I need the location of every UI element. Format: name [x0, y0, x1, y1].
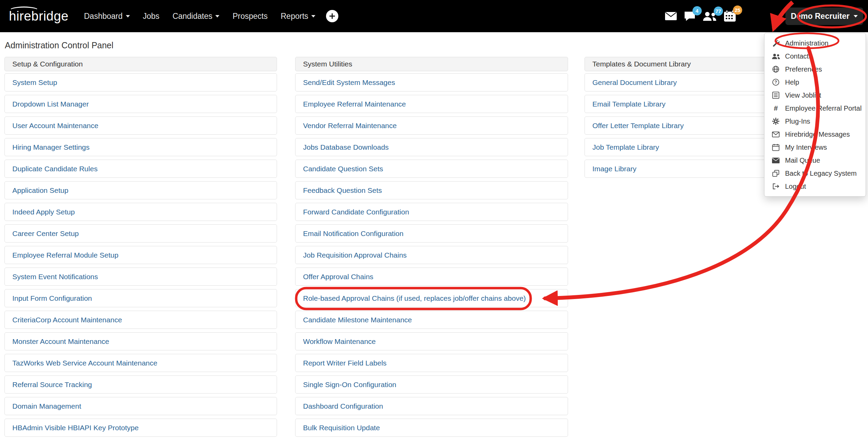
- wrench-icon: [771, 39, 781, 47]
- menu-item-logout[interactable]: Logout: [764, 180, 866, 193]
- list-icon: [771, 91, 781, 99]
- legacy-windows-icon: [771, 170, 781, 177]
- main-nav: Dashboard Jobs Candidates Prospects Repo…: [77, 10, 338, 22]
- menu-item-employee-referral-portal[interactable]: # Employee Referral Portal: [764, 102, 866, 115]
- contacts-button[interactable]: 77: [702, 11, 717, 21]
- nav-dashboard[interactable]: Dashboard: [77, 12, 136, 21]
- panel-link[interactable]: Send/Edit System Messages: [295, 73, 568, 91]
- menu-item-view-joblist[interactable]: View Joblist: [764, 89, 866, 102]
- globe-icon: [771, 65, 781, 73]
- add-new-button[interactable]: [326, 10, 338, 22]
- panel-link[interactable]: Candidate Question Sets: [295, 160, 568, 178]
- contacts-badge: 77: [714, 7, 723, 16]
- envelope-filled-icon: [771, 158, 781, 163]
- caret-down-icon: [126, 15, 130, 17]
- menu-item-administration[interactable]: Administration: [764, 37, 866, 50]
- panel-link[interactable]: HBAdmin Visible HBIAPI Key Prototype: [4, 419, 277, 437]
- panel-system-utilities: System Utilities Send/Edit System Messag…: [295, 57, 568, 440]
- logout-icon: [771, 183, 781, 190]
- menu-item-mail-queue[interactable]: Mail Queue: [764, 154, 866, 167]
- panel-link[interactable]: System Event Notifications: [4, 268, 277, 286]
- menu-item-hirebridge-messages[interactable]: Hirebridge Messages: [764, 128, 866, 141]
- hirebridge-logo[interactable]: hirebridge: [9, 9, 69, 24]
- panel-link[interactable]: Forward Candidate Configuration: [295, 203, 568, 221]
- panel-link[interactable]: Bulk Requisition Update: [295, 419, 568, 437]
- panel-link[interactable]: Jobs Database Downloads: [295, 138, 568, 156]
- panel-link[interactable]: Email Notification Configuration: [295, 224, 568, 243]
- panel-link[interactable]: Job Requisition Approval Chains: [295, 246, 568, 264]
- gear-icon: [771, 117, 781, 125]
- panel-link[interactable]: CriteriaCorp Account Maintenance: [4, 311, 277, 329]
- panel-title: System Utilities: [295, 57, 568, 71]
- panel-link[interactable]: Career Center Setup: [4, 224, 277, 243]
- calendar-button[interactable]: 25: [724, 10, 736, 22]
- panel-link[interactable]: Duplicate Candidate Rules: [4, 160, 277, 178]
- caret-down-icon: [311, 15, 315, 17]
- panel-link[interactable]: Hiring Manager Settings: [4, 138, 277, 156]
- menu-item-plug-ins[interactable]: Plug-Ins: [764, 115, 866, 128]
- panel-link[interactable]: Employee Referral Maintenance: [295, 95, 568, 113]
- chat-badge: 4: [692, 6, 702, 15]
- panel-link[interactable]: Employee Referral Module Setup: [4, 246, 277, 264]
- panel-link[interactable]: Dropdown List Manager: [4, 95, 277, 113]
- panel-list: Send/Edit System Messages Employee Refer…: [295, 73, 568, 437]
- panel-setup-configuration: Setup & Configuration System Setup Dropd…: [4, 57, 277, 440]
- panel-link[interactable]: Monster Account Maintenance: [4, 332, 277, 350]
- panel-link[interactable]: Role-based Approval Chains (if used, rep…: [295, 289, 568, 307]
- menu-item-back-to-legacy-system[interactable]: Back to Legacy System: [764, 167, 866, 180]
- panel-link[interactable]: Workflow Maintenance: [295, 332, 568, 350]
- page-title: Administration Control Panel: [5, 40, 113, 50]
- panel-link[interactable]: Dashboard Configuration: [295, 397, 568, 415]
- panel-link[interactable]: Application Setup: [4, 181, 277, 199]
- menu-item-preferences[interactable]: Preferences: [764, 63, 866, 76]
- envelope-icon: [665, 12, 677, 21]
- panel-link[interactable]: Feedback Question Sets: [295, 181, 568, 199]
- navbar-right-cluster: 4 77 25 Demo Recruite: [661, 8, 863, 25]
- panel-list: System Setup Dropdown List Manager User …: [4, 73, 277, 437]
- chat-button[interactable]: 4: [684, 11, 696, 21]
- menu-item-contacts[interactable]: Contacts: [764, 50, 866, 63]
- calendar-badge: 25: [733, 5, 742, 15]
- panel-link[interactable]: Vendor Referral Maintenance: [295, 116, 568, 135]
- nav-prospects[interactable]: Prospects: [226, 12, 274, 21]
- hash-icon: #: [771, 104, 781, 112]
- panel-link[interactable]: Offer Approval Chains: [295, 268, 568, 286]
- panel-link[interactable]: Domain Management: [4, 397, 277, 415]
- nav-candidates[interactable]: Candidates: [166, 12, 226, 21]
- menu-item-my-interviews[interactable]: My Interviews: [764, 141, 866, 154]
- panel-link[interactable]: Indeed Apply Setup: [4, 203, 277, 221]
- panel-link[interactable]: Report Writer Field Labels: [295, 354, 568, 372]
- user-menu-button[interactable]: Demo Recruiter: [785, 8, 863, 25]
- panel-link[interactable]: TazWorks Web Service Account Maintenance: [4, 354, 277, 372]
- panel-title: Setup & Configuration: [4, 57, 277, 71]
- menu-item-help[interactable]: ? Help: [764, 76, 866, 89]
- panel-link[interactable]: User Account Maintenance: [4, 116, 277, 135]
- messages-button[interactable]: [665, 12, 677, 21]
- nav-jobs[interactable]: Jobs: [136, 12, 166, 21]
- user-dropdown-menu: Administration Contacts Preferences ? He…: [764, 33, 866, 197]
- panel-link[interactable]: Input Form Configuration: [4, 289, 277, 307]
- svg-text:?: ?: [774, 80, 777, 85]
- question-circle-icon: ?: [771, 78, 781, 86]
- panel-link[interactable]: Referral Source Tracking: [4, 375, 277, 394]
- panel-link[interactable]: Candidate Milestone Maintenance: [295, 311, 568, 329]
- users-icon: [771, 53, 781, 59]
- calendar-icon: [771, 144, 781, 151]
- panel-link[interactable]: System Setup: [4, 73, 277, 91]
- envelope-outline-icon: [771, 132, 781, 137]
- panel-link[interactable]: Single Sign-On Configuration: [295, 375, 568, 394]
- caret-down-icon: [215, 15, 219, 17]
- caret-down-icon: [854, 15, 858, 17]
- top-navbar: hirebridge Dashboard Jobs Candidates Pro…: [0, 0, 868, 32]
- nav-reports[interactable]: Reports: [274, 12, 322, 21]
